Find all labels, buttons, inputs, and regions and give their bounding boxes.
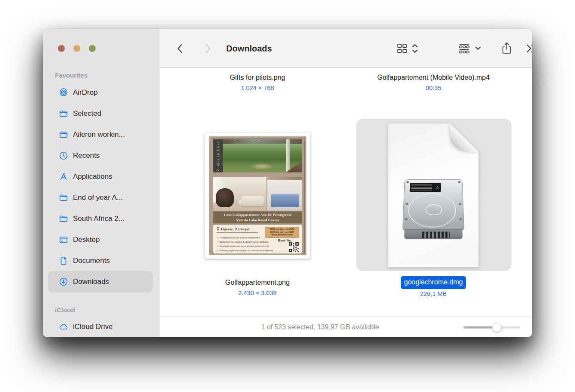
- file-item-gifts-for-pilots[interactable]: Gifts for pilots.png 1.024 × 768: [189, 72, 326, 92]
- clock-icon: [59, 151, 68, 160]
- sidebar-item-label: Recents: [73, 151, 100, 160]
- sidebar-item-downloads[interactable]: Downloads: [48, 271, 153, 292]
- cloud-icon: [59, 322, 68, 332]
- file-label-golfappartement-png[interactable]: Golfappartement.png 2.430 × 3.038: [189, 277, 326, 297]
- folder-icon: [59, 193, 68, 202]
- share-button[interactable]: [499, 41, 514, 56]
- sidebar-item-label: End of year A...: [73, 193, 123, 202]
- sidebar-item-label: Documents: [73, 256, 110, 265]
- back-button[interactable]: [173, 41, 188, 56]
- file-thumbnail-golfappartement-png[interactable]: Zomer in Luxe Luxe Go: [205, 133, 310, 259]
- flyer-feature-list: 2 slaapkamers met ensuite badkamers Dakt…: [217, 235, 265, 253]
- sidebar-item-icloud-drive[interactable]: iCloud Drive: [48, 316, 153, 337]
- flyer-cta: Boek Nu: [278, 239, 291, 242]
- hdd-label-sticker: ⚠: [410, 183, 441, 192]
- download-circle-icon: [59, 277, 68, 286]
- slider-thumb[interactable]: [492, 323, 502, 332]
- sidebar-item-applications[interactable]: Applications: [48, 166, 153, 187]
- flyer-location: Algarve, Portugal: [217, 227, 249, 231]
- flyer-vertical-banner: Zomer in Luxe: [213, 139, 223, 172]
- sidebar-item-airdrop[interactable]: AirDrop: [48, 82, 153, 103]
- file-label-googlechrome-dmg[interactable]: googlechrome.dmg 226,1 MB: [373, 276, 493, 298]
- selected-file-name: googlechrome.dmg: [401, 276, 466, 289]
- flyer-livingroom-photo: [213, 177, 266, 211]
- grid-view-icon: [396, 42, 408, 54]
- desktop-icon: [59, 235, 68, 244]
- view-options-button[interactable]: [395, 41, 409, 56]
- file-meta: 00:35: [373, 84, 493, 92]
- file-browser-content: Gifts for pilots.png 1.024 × 768 Golfapp…: [160, 68, 532, 317]
- file-item-golfappartement-video[interactable]: Golfappartement (Mobile Video).mp4 00:35: [373, 72, 493, 92]
- chevron-right-icon: [203, 43, 212, 54]
- file-meta: 1.024 × 768: [189, 84, 326, 92]
- sidebar-item-label: AirDrop: [73, 88, 98, 97]
- chevron-up-down-icon: [412, 43, 418, 54]
- group-by-button[interactable]: [457, 41, 472, 56]
- sidebar-item-desktop[interactable]: Desktop: [48, 229, 153, 250]
- zoom-button[interactable]: [89, 45, 96, 52]
- file-item-googlechrome-dmg[interactable]: ⚠: [356, 119, 511, 271]
- sidebar-item-label: Desktop: [73, 235, 100, 244]
- flyer-title: Luxe Golfappartement Aan De Prestigieuze…: [213, 211, 302, 223]
- hard-drive-illustration: ⚠: [402, 179, 465, 239]
- chevron-left-icon: [176, 43, 185, 54]
- sidebar-item-documents[interactable]: Documents: [48, 250, 153, 271]
- file-meta: 2.430 × 3.038: [189, 289, 326, 297]
- finder-window: Favourites AirDrop Selected: [43, 29, 532, 337]
- airdrop-icon: [59, 88, 68, 97]
- app-store-icon: [59, 172, 68, 181]
- group-by-chevron[interactable]: [474, 41, 482, 56]
- double-chevron-right-icon: [526, 44, 532, 53]
- view-switcher-chevrons[interactable]: [410, 41, 420, 56]
- close-button[interactable]: [58, 45, 65, 52]
- sidebar-item-label: Aileron workin...: [73, 130, 125, 139]
- desktop-background: Favourites AirDrop Selected: [0, 0, 575, 392]
- qr-code: [289, 242, 299, 252]
- file-meta: 226,1 MB: [373, 289, 493, 298]
- minimize-button[interactable]: [73, 45, 80, 52]
- sidebar-section-icloud: iCloud: [55, 305, 75, 315]
- sidebar-item-label: Downloads: [73, 277, 109, 286]
- folder-icon: [59, 109, 68, 118]
- sidebar-item-south-africa[interactable]: South Africa 2...: [48, 208, 153, 229]
- folder-icon: [59, 130, 68, 139]
- more-toolbar-items-button[interactable]: [524, 41, 532, 56]
- window-title: Downloads: [226, 29, 272, 68]
- forward-button[interactable]: [200, 41, 215, 56]
- file-name: Golfappartement (Mobile Video).mp4: [373, 72, 493, 83]
- dmg-file-icon: ⚠: [388, 124, 478, 267]
- sidebar-item-end-of-year[interactable]: End of year A...: [48, 187, 153, 208]
- flyer-golfcourse-photo: [223, 139, 302, 172]
- flyer-info-panel: Algarve, Portugal 2 slaapkamers met ensu…: [213, 225, 302, 253]
- group-by-icon: [458, 42, 471, 54]
- sidebar-item-label: iCloud Drive: [73, 323, 113, 331]
- sidebar-item-selected[interactable]: Selected: [48, 103, 153, 124]
- sidebar: Favourites AirDrop Selected: [43, 29, 160, 337]
- flyer-bedroom-photo: [267, 177, 302, 211]
- sidebar-item-recents[interactable]: Recents: [48, 145, 153, 166]
- file-name: Golfappartement.png: [189, 277, 326, 288]
- sidebar-item-label: South Africa 2...: [73, 214, 124, 223]
- sidebar-section-favourites: Favourites: [55, 70, 88, 81]
- share-icon: [501, 42, 512, 55]
- flyer-artwork: Zomer in Luxe Luxe Go: [209, 136, 306, 255]
- status-text: 1 of 523 selected, 139,97 GB available: [160, 317, 481, 337]
- icon-size-slider[interactable]: [463, 317, 520, 337]
- toolbar: Downloads: [160, 29, 532, 68]
- sidebar-item-label: Selected: [73, 109, 101, 118]
- sidebar-item-aileron-working[interactable]: Aileron workin...: [48, 124, 153, 145]
- document-icon: [59, 256, 68, 265]
- chevron-down-icon: [475, 46, 481, 51]
- file-name: Gifts for pilots.png: [189, 72, 326, 83]
- status-bar: 1 of 523 selected, 139,97 GB available: [160, 317, 532, 337]
- folder-icon: [59, 214, 68, 223]
- flyer-price-box: €1500 p/w (aug - sep 2025) €1250 p/w (ok…: [265, 227, 299, 238]
- sidebar-item-label: Applications: [73, 172, 112, 181]
- map-pin-icon: [217, 227, 219, 231]
